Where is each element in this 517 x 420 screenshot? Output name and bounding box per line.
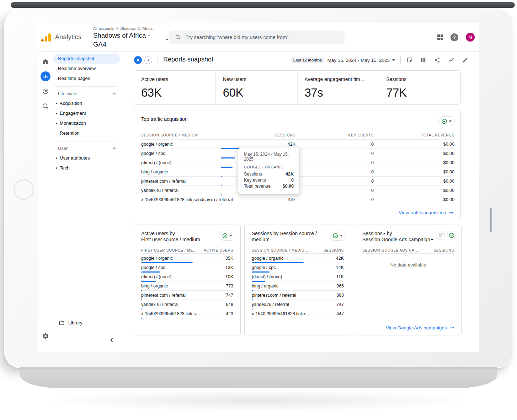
chevron-up-icon (112, 92, 116, 95)
table-row[interactable]: google / organic 35K (141, 254, 233, 263)
chevron-down-icon (431, 239, 433, 241)
nav-advertising-icon[interactable] (41, 101, 50, 111)
table-row[interactable]: bing / organic 773 (141, 281, 233, 291)
property-title: Shadows of Africa - GA4 (93, 31, 163, 49)
table-row[interactable]: google / organic 42K (252, 254, 344, 263)
table-row[interactable]: x-1540290995461828.link.s… 447 (252, 309, 344, 318)
filter-button[interactable] (436, 231, 445, 240)
device-mockup: Analytics All accounts Shadows Of Africa… (0, 0, 517, 420)
table-row[interactable]: pinterest.com / referral 747 (141, 291, 233, 300)
chevron-down-icon (229, 235, 232, 237)
breadcrumb-root[interactable]: All accounts (93, 26, 114, 31)
table-row[interactable]: (direct) / (none) 10K (141, 272, 233, 281)
expand-arrow-icon (56, 102, 57, 104)
column-header[interactable]: SESSION SOURCE / MEDIUM (141, 133, 198, 138)
table-row[interactable]: yandex.ru / referral 747 (252, 300, 344, 309)
table-row[interactable]: x-1540290995461828.link.sendsay.ru / ref… (141, 195, 453, 204)
funnel-icon (438, 233, 443, 238)
column-header[interactable]: SESSIONS (433, 248, 454, 253)
search-input[interactable]: Try searching "where did my users come f… (169, 31, 345, 44)
check-circle-icon (333, 233, 338, 238)
help-icon[interactable]: ? (451, 33, 458, 41)
expand-arrow-icon (56, 122, 57, 124)
analytics-logo[interactable]: Analytics (41, 33, 83, 42)
apps-grid-icon[interactable] (437, 34, 443, 40)
metric-value: 60K (223, 86, 297, 99)
data-quality-selector[interactable] (219, 231, 235, 241)
column-header[interactable]: FIRST USER SOURCE / ME… (141, 248, 197, 253)
column-header[interactable]: TOTAL REVENUE (421, 133, 454, 138)
search-icon (175, 34, 181, 41)
sidebar-section-user[interactable]: User (53, 144, 120, 153)
tooltip-date: May 15, 2024 - May 15, 2025 (244, 152, 294, 162)
table-row[interactable]: x-1540290995461828.link.s… 423 (141, 309, 233, 318)
notes-icon[interactable] (406, 56, 413, 64)
sidebar-item[interactable]: Realtime overview (53, 64, 120, 74)
table-row[interactable]: (direct) / (none) 11K (252, 272, 344, 281)
sidebar-item[interactable]: Retention (53, 128, 120, 138)
table-row[interactable]: yandex.ru / referral 648 (141, 300, 233, 309)
sidebar-item[interactable]: Tech (53, 163, 120, 173)
chevron-down-icon[interactable] (392, 59, 395, 61)
analytics-logo-icon (41, 33, 51, 42)
table-row[interactable]: pinterest.com / referral 868 (252, 291, 344, 300)
date-range[interactable]: May 15, 2024 - May 15, 2025 (327, 58, 390, 63)
breadcrumb-current[interactable]: Shadows Of Africa (120, 26, 153, 31)
sidebar-section-lifecycle[interactable]: Life cycle (53, 90, 120, 98)
comparison-chip[interactable]: A (134, 56, 142, 64)
chevron-left-icon[interactable] (110, 338, 113, 343)
sidebar-item-library[interactable]: Library (53, 317, 120, 328)
table-row[interactable]: bing / organic 966 (252, 281, 344, 291)
comparison-icon[interactable] (420, 56, 427, 64)
empty-state-message: No data available (355, 262, 461, 268)
metric-selector[interactable]: Sessions (362, 231, 383, 236)
data-quality-selector[interactable] (330, 231, 346, 241)
sidebar-item[interactable]: Engagement (53, 108, 120, 118)
edit-pencil-icon[interactable] (462, 57, 468, 64)
app-body: Reports snapshotRealtime overviewRealtim… (38, 52, 479, 352)
share-icon[interactable] (434, 56, 441, 64)
google-ads-card: Sessions by Session Google Ads campaign (355, 225, 462, 335)
check-circle-icon (449, 233, 454, 238)
page-title[interactable]: Reports snapshot (163, 56, 213, 64)
value-bar (141, 318, 142, 319)
nav-explore-icon[interactable] (41, 86, 50, 96)
view-google-ads-link[interactable]: View Google Ads campaigns→ (386, 324, 454, 331)
column-header[interactable]: SESSIONS (275, 133, 295, 138)
breadcrumb[interactable]: All accounts Shadows Of Africa (93, 26, 169, 31)
sidebar-item[interactable]: Reports snapshot (53, 54, 120, 64)
data-quality-button[interactable] (447, 231, 456, 240)
nav-home-icon[interactable] (41, 56, 50, 66)
nav-reports-icon[interactable] (41, 71, 50, 81)
expand-arrow-icon (56, 167, 57, 169)
sidebar-item[interactable]: Realtime pages (53, 74, 120, 84)
table-row[interactable]: google / cpc 13K (141, 263, 233, 272)
column-header[interactable]: SESSION GOOGLE ADS CA… (362, 248, 419, 253)
column-header[interactable]: KEY EVENTS (348, 133, 374, 138)
check-circle-icon (442, 119, 447, 124)
arrow-right-icon: → (449, 324, 454, 331)
property-selector[interactable]: Shadows of Africa - GA4 (93, 31, 169, 49)
sidebar-item[interactable]: User attributes (53, 153, 120, 163)
admin-gear-icon[interactable] (41, 331, 50, 341)
metric-name[interactable]: Sessions (252, 231, 272, 237)
table-row[interactable]: google / cpc 14K (252, 263, 344, 272)
metric: Active users 63K (134, 71, 215, 104)
column-header[interactable]: ACTIVE USERS (204, 248, 233, 253)
avatar[interactable]: M (466, 33, 475, 42)
view-traffic-acquisition-link[interactable]: View traffic acquisition→ (399, 209, 453, 216)
metric-name[interactable]: Active users (141, 231, 168, 237)
dimension-name[interactable]: First user source / medium (141, 237, 200, 243)
sessions-card: Sessions by Session source / medium SESS… (244, 225, 351, 335)
check-circle-icon (222, 233, 228, 238)
session-bar (221, 204, 222, 205)
sidebar-item[interactable]: Monetization (53, 118, 120, 128)
insights-icon[interactable] (448, 56, 455, 64)
data-quality-selector[interactable] (438, 116, 455, 126)
column-header[interactable]: SESSION SOURCE / MEDIU… (252, 248, 308, 253)
add-comparison-button[interactable]: + (144, 56, 152, 64)
sidebar-item[interactable]: Acquisition (53, 98, 120, 108)
dimension-selector[interactable]: Session Google Ads campaign (362, 237, 430, 242)
column-header[interactable]: SESSIONS (323, 248, 344, 253)
property-block: All accounts Shadows Of Africa Shadows o… (93, 26, 169, 49)
